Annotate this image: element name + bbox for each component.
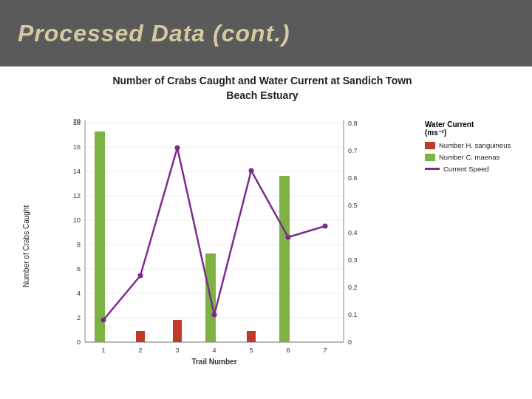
svg-text:14: 14 — [73, 168, 81, 175]
svg-text:0.2: 0.2 — [348, 284, 358, 291]
svg-text:0.8: 0.8 — [348, 120, 358, 127]
legend-label-c-maenas: Number C. maenas — [439, 153, 499, 161]
chart-area: Number of Crabs Caught and Water Current… — [0, 66, 532, 399]
svg-text:8: 8 — [77, 241, 81, 248]
header: Processed Data (cont.) — [0, 0, 532, 66]
chart-title-line1: Number of Crabs Caught and Water Current… — [112, 75, 412, 86]
svg-text:0.5: 0.5 — [348, 202, 358, 209]
svg-text:5: 5 — [249, 347, 253, 354]
legend-line-current — [425, 168, 440, 170]
svg-text:4: 4 — [212, 347, 216, 354]
svg-text:0.4: 0.4 — [348, 229, 358, 236]
svg-rect-43 — [247, 331, 256, 342]
legend-item-current-speed: Current Speed — [425, 165, 521, 173]
svg-text:16: 16 — [73, 143, 81, 151]
legend-color-c-maenas — [425, 154, 435, 161]
svg-point-50 — [212, 313, 217, 318]
page-title: Processed Data (cont.) — [18, 20, 290, 47]
svg-point-47 — [101, 318, 106, 323]
svg-rect-42 — [173, 320, 182, 342]
legend-item-h-sanguineus: Number H. sanguineus — [425, 141, 521, 149]
svg-text:10: 10 — [73, 216, 81, 224]
legend-title: Water Current (ms⁻¹) — [425, 120, 521, 137]
svg-point-53 — [323, 224, 328, 229]
svg-text:3: 3 — [175, 347, 179, 354]
svg-text:6: 6 — [77, 265, 81, 273]
legend-area: Water Current (ms⁻¹) Number H. sanguineu… — [417, 106, 521, 177]
svg-text:0.3: 0.3 — [348, 256, 358, 264]
chart-title-line2: Beach Estuary — [226, 89, 298, 101]
svg-rect-46 — [279, 176, 290, 342]
svg-text:2: 2 — [138, 347, 142, 354]
chart-body: Number of Crabs Caught — [4, 106, 521, 372]
svg-point-52 — [286, 235, 291, 240]
svg-point-48 — [138, 273, 143, 279]
svg-text:0.1: 0.1 — [348, 311, 358, 318]
svg-text:Trail Number: Trail Number — [191, 358, 236, 366]
water-current-unit: (ms⁻¹) — [425, 129, 446, 137]
graph-wrapper: 0 2 4 6 8 10 12 14 16 18 20 0 0.1 0. — [48, 106, 417, 372]
svg-text:2: 2 — [77, 314, 81, 321]
svg-point-49 — [175, 146, 180, 151]
svg-text:20: 20 — [73, 117, 81, 125]
chart-container: Number of Crabs Caught and Water Current… — [4, 74, 521, 392]
legend-label-current-speed: Current Speed — [443, 165, 489, 173]
legend-label-h-sanguineus: Number H. sanguineus — [439, 141, 511, 149]
svg-text:6: 6 — [286, 347, 290, 354]
chart-svg: 0 2 4 6 8 10 12 14 16 18 20 0 0.1 0. — [48, 106, 403, 372]
svg-text:4: 4 — [77, 290, 81, 297]
chart-title: Number of Crabs Caught and Water Current… — [4, 74, 521, 103]
svg-text:0.6: 0.6 — [348, 174, 358, 182]
legend-item-c-maenas: Number C. maenas — [425, 153, 521, 161]
svg-rect-44 — [95, 132, 105, 342]
svg-rect-41 — [136, 331, 145, 342]
svg-text:0: 0 — [77, 338, 81, 346]
svg-text:0.7: 0.7 — [348, 147, 358, 154]
svg-text:1: 1 — [101, 347, 105, 354]
svg-text:12: 12 — [73, 192, 81, 200]
y-axis-left-label: Number of Crabs Caught — [4, 120, 48, 372]
legend-color-h-sanguineus — [425, 142, 435, 149]
svg-text:7: 7 — [323, 347, 327, 354]
water-current-label: Water Current — [425, 120, 474, 129]
svg-text:0: 0 — [348, 338, 352, 346]
svg-point-51 — [249, 168, 254, 174]
